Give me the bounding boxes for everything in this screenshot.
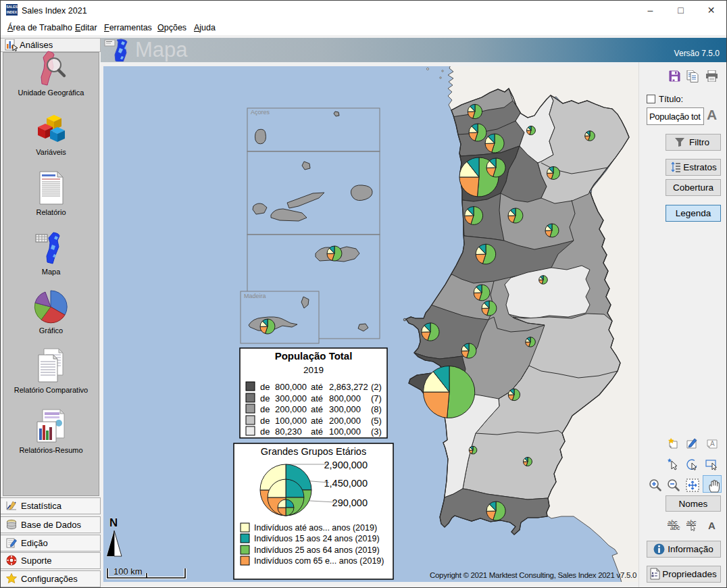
svg-text:2019: 2019	[303, 365, 324, 375]
svg-text:200,000: 200,000	[329, 416, 361, 426]
svg-text:Grandes Grupos Etários: Grandes Grupos Etários	[261, 446, 366, 457]
svg-text:até: até	[311, 393, 323, 403]
svg-text:População Total: População Total	[275, 350, 353, 362]
svg-text:(3): (3)	[371, 426, 382, 437]
svg-text:290,000: 290,000	[332, 497, 368, 508]
svg-text:Madeira: Madeira	[244, 293, 266, 299]
svg-text:de: de	[260, 404, 270, 414]
svg-text:Indivíduos até aos... anos (20: Indivíduos até aos... anos (2019)	[254, 523, 377, 533]
svg-text:2,900,000: 2,900,000	[324, 460, 368, 470]
svg-text:Açores: Açores	[251, 109, 270, 116]
svg-text:300,000: 300,000	[275, 393, 307, 403]
svg-text:até: até	[311, 426, 323, 437]
svg-text:800,000: 800,000	[329, 393, 361, 403]
svg-text:300,000: 300,000	[329, 404, 361, 414]
svg-text:100,000: 100,000	[329, 426, 361, 437]
svg-text:(8): (8)	[371, 404, 382, 414]
svg-text:1,450,000: 1,450,000	[324, 478, 368, 489]
svg-text:100,000: 100,000	[275, 416, 307, 426]
svg-text:até: até	[311, 404, 323, 414]
svg-text:A: A	[708, 520, 716, 531]
svg-text:N: N	[109, 516, 118, 529]
svg-text:(2): (2)	[371, 382, 382, 392]
svg-text:80,230: 80,230	[275, 426, 302, 437]
svg-text:100 km: 100 km	[114, 566, 143, 577]
svg-text:(5): (5)	[371, 416, 382, 426]
svg-text:até: até	[311, 416, 323, 426]
svg-text:2,863,272: 2,863,272	[329, 382, 368, 392]
svg-text:Indivíduos 15 aos 24 anos (201: Indivíduos 15 aos 24 anos (2019)	[254, 534, 380, 543]
svg-text:200,000: 200,000	[275, 404, 307, 414]
svg-text:800,000: 800,000	[275, 382, 307, 392]
svg-text:de: de	[260, 382, 270, 392]
svg-text:Indivíduos com 65 e... anos (2: Indivíduos com 65 e... anos (2019)	[254, 556, 384, 566]
svg-text:até: até	[311, 382, 323, 392]
svg-text:de: de	[260, 416, 270, 426]
svg-text:Copyright © 2021 Marktest Cons: Copyright © 2021 Marktest Consulting, Sa…	[430, 571, 636, 579]
svg-text:de: de	[260, 393, 270, 403]
svg-text:de: de	[260, 426, 270, 437]
svg-text:Indivíduos 25 aos 64 anos (201: Indivíduos 25 aos 64 anos (2019)	[254, 545, 380, 555]
svg-text:(7): (7)	[371, 393, 382, 403]
svg-text:A: A	[710, 440, 715, 447]
